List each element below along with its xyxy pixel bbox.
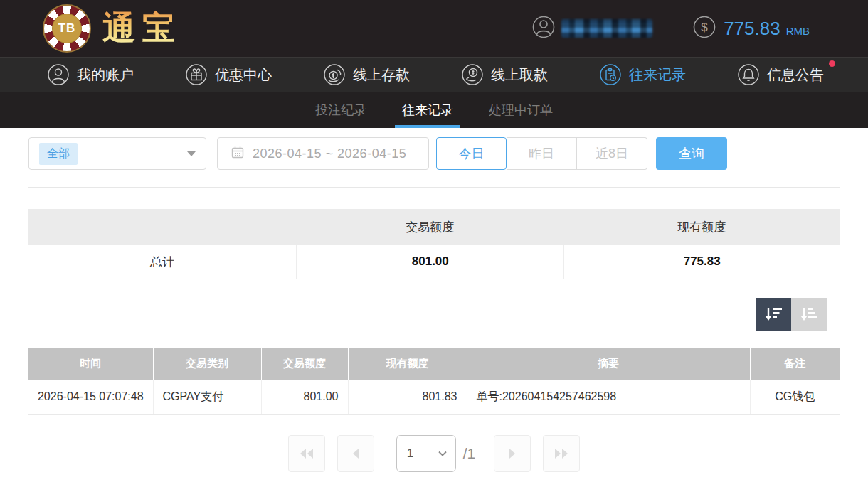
sort-ascending-icon	[799, 306, 819, 323]
first-page-button[interactable]	[288, 435, 325, 472]
poker-chip-icon: TB	[43, 4, 91, 53]
previous-page-button[interactable]	[337, 435, 374, 472]
quick-range-group: 今日 昨日 近8日	[436, 137, 647, 170]
nav-label: 线上取款	[491, 65, 548, 85]
sort-descending-icon	[763, 306, 783, 323]
summary-table: 交易额度 现有额度 总计 801.00 775.83	[28, 209, 840, 279]
deposit-coin-hand-icon	[323, 63, 346, 86]
brand-name: 通宝	[102, 6, 182, 50]
nav-item-my-account[interactable]: 我的账户	[47, 63, 134, 86]
chevron-down-icon	[438, 451, 447, 456]
sort-descending-button[interactable]	[756, 298, 791, 331]
summary-header-row: 交易额度 现有额度	[28, 209, 840, 245]
col-trade-amount: 交易额度	[261, 348, 348, 380]
page-select[interactable]: 1	[396, 435, 456, 472]
header-right: $ 775.83 RMB	[531, 15, 810, 42]
records-clipboard-icon	[599, 63, 622, 86]
col-current-amount: 现有额度	[348, 348, 467, 380]
summary-trade-amount: 801.00	[296, 245, 563, 279]
nav-item-withdraw[interactable]: 线上取款	[461, 63, 548, 86]
tab-pending-orders[interactable]: 处理中订单	[482, 92, 560, 128]
tab-label: 往来记录	[402, 102, 453, 119]
account-info[interactable]	[531, 15, 652, 42]
last-8-days-button[interactable]: 近8日	[577, 137, 647, 170]
records-header-row: 时间 交易类别 交易额度 现有额度 摘要 备注	[28, 348, 840, 380]
last-page-button[interactable]	[543, 435, 580, 472]
cell-transaction-type: CGPAY支付	[153, 380, 261, 414]
section-divider	[28, 187, 840, 188]
next-page-button[interactable]	[494, 435, 531, 472]
coin-icon: $	[692, 15, 716, 42]
sub-nav: 投注纪录 往来记录 处理中订单	[0, 92, 868, 128]
main-nav: 我的账户 优惠中心 线上存款	[0, 57, 868, 92]
pagination: 1 /1	[0, 435, 868, 472]
balance[interactable]: $ 775.83 RMB	[692, 15, 810, 42]
cell-current-amount: 801.83	[348, 380, 467, 414]
col-summary: 摘要	[467, 348, 750, 380]
bell-icon	[737, 63, 760, 86]
chevron-down-icon	[187, 151, 196, 156]
filter-bar: 全部 2026-04-15 ~ 2026-04-15 今日 昨日 近8日 查询	[28, 136, 840, 171]
sort-ascending-button[interactable]	[791, 298, 827, 331]
nav-label: 优惠中心	[215, 65, 272, 85]
records-table: 时间 交易类别 交易额度 现有额度 摘要 备注 2026-04-15 07:07…	[28, 348, 840, 415]
nav-item-announcements[interactable]: 信息公告	[737, 63, 824, 86]
today-button[interactable]: 今日	[436, 137, 507, 170]
withdraw-coin-hand-icon	[461, 63, 484, 86]
chip-label: TB	[52, 14, 82, 43]
balance-amount: 775.83	[724, 18, 780, 40]
col-time: 时间	[28, 348, 153, 380]
cell-time: 2026-04-15 07:07:48	[28, 380, 153, 414]
nav-label: 线上存款	[353, 65, 410, 85]
left-arrow-icon	[351, 447, 361, 460]
type-select-value: 全部	[39, 143, 78, 165]
gift-icon	[185, 63, 208, 86]
type-select[interactable]: 全部	[28, 137, 206, 170]
tab-label: 投注纪录	[315, 102, 366, 119]
double-left-arrow-icon	[300, 447, 314, 460]
nav-item-promotions[interactable]: 优惠中心	[185, 63, 272, 86]
cell-summary: 单号:202604154257462598	[467, 380, 750, 414]
tab-label: 处理中订单	[489, 102, 553, 119]
query-button[interactable]: 查询	[656, 137, 727, 170]
username-redacted	[561, 19, 652, 38]
nav-label: 我的账户	[77, 65, 134, 85]
summary-total-row: 总计 801.00 775.83	[28, 245, 840, 279]
top-header: TB 通宝 $	[0, 0, 868, 57]
nav-item-transaction-records[interactable]: 往来记录	[599, 63, 686, 86]
cell-note: CG钱包	[750, 380, 840, 414]
total-pages-label: /1	[463, 445, 476, 462]
yesterday-button[interactable]: 昨日	[507, 137, 577, 170]
double-right-arrow-icon	[554, 447, 568, 460]
svg-text:$: $	[701, 21, 708, 34]
col-transaction-type: 交易类别	[153, 348, 261, 380]
summary-col-trade-amount: 交易额度	[296, 219, 563, 235]
nav-item-deposit[interactable]: 线上存款	[323, 63, 410, 86]
cell-trade-amount: 801.00	[261, 380, 348, 414]
brand-logo[interactable]: TB 通宝	[43, 4, 182, 53]
tab-betting-records[interactable]: 投注纪录	[308, 92, 374, 128]
user-icon	[531, 15, 556, 42]
calendar-icon	[231, 145, 245, 162]
user-circle-icon	[47, 63, 70, 86]
right-arrow-icon	[507, 447, 517, 460]
date-range-input[interactable]: 2026-04-15 ~ 2026-04-15	[217, 137, 429, 170]
page-select-value: 1	[407, 446, 413, 461]
summary-current-amount: 775.83	[563, 245, 840, 279]
notification-dot	[829, 60, 835, 67]
page: TB 通宝 $	[0, 0, 868, 477]
balance-currency: RMB	[786, 25, 810, 37]
summary-col-current-amount: 现有额度	[563, 219, 840, 235]
date-range-value: 2026-04-15 ~ 2026-04-15	[253, 146, 406, 161]
col-note: 备注	[750, 348, 840, 380]
table-row: 2026-04-15 07:07:48 CGPAY支付 801.00 801.8…	[28, 380, 840, 414]
tab-transaction-records[interactable]: 往来记录	[395, 92, 460, 128]
summary-total-label: 总计	[28, 254, 296, 270]
nav-label: 信息公告	[767, 65, 824, 85]
nav-label: 往来记录	[629, 65, 686, 85]
sort-controls	[28, 298, 827, 331]
